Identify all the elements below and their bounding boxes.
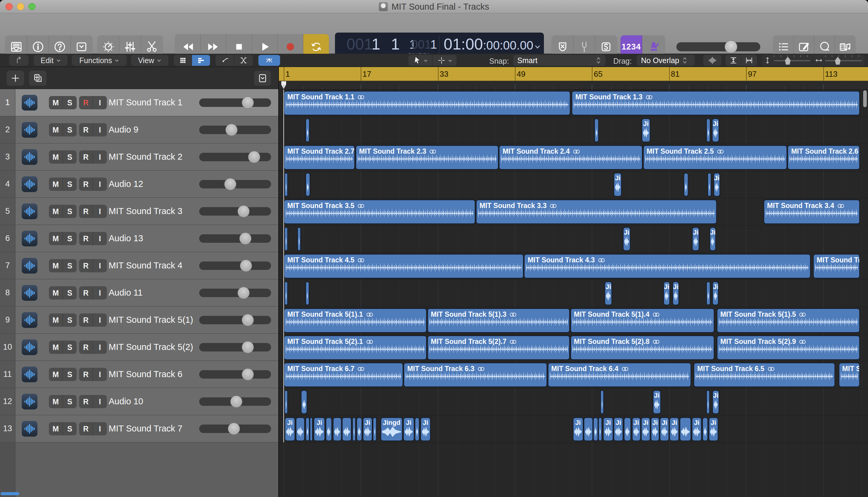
- audio-clip[interactable]: [305, 417, 310, 441]
- audio-clip[interactable]: Jingd: [380, 417, 403, 441]
- audio-region[interactable]: MIT Sound Track 5(2).7: [428, 336, 570, 360]
- mute-button[interactable]: M: [49, 368, 63, 381]
- track-volume-knob[interactable]: [242, 314, 254, 326]
- audio-clip[interactable]: [305, 281, 309, 305]
- track-header-9[interactable]: 9MSRIMIT Sound Track 5(1): [0, 307, 278, 333]
- track-volume-knob[interactable]: [230, 396, 242, 408]
- input-monitor-button[interactable]: I: [93, 178, 107, 191]
- audio-region[interactable]: MIT Sound Track 2.5: [643, 145, 787, 170]
- audio-region[interactable]: MIT Sound Tr: [813, 254, 860, 279]
- solo-button[interactable]: S: [63, 422, 77, 436]
- track-lane-5[interactable]: MIT Sound Track 3.5MIT Sound Track 3.3MI…: [279, 198, 868, 226]
- track-lane-7[interactable]: MIT Sound Track 4.5MIT Sound Track 4.3MI…: [279, 253, 868, 280]
- audio-clip[interactable]: Ji: [669, 417, 679, 441]
- record-enable-button[interactable]: R: [79, 395, 93, 408]
- bar-ruler[interactable]: 1173349658197113: [279, 67, 868, 90]
- audio-clip[interactable]: Ji: [573, 417, 583, 441]
- audio-region[interactable]: MIT Sound Track 4.5: [284, 254, 524, 279]
- track-name[interactable]: MIT Sound Track 5(2): [108, 342, 193, 352]
- input-monitor-button[interactable]: I: [93, 368, 107, 381]
- track-volume-knob[interactable]: [242, 341, 254, 353]
- track-volume-slider[interactable]: [199, 343, 271, 352]
- track-volume-slider[interactable]: [199, 425, 271, 433]
- track-lane-11[interactable]: MIT Sound Track 6.7MIT Sound Track 6.3MI…: [279, 361, 868, 388]
- audio-clip[interactable]: Ji: [712, 118, 719, 142]
- audio-clip[interactable]: [707, 173, 711, 197]
- track-volume-knob[interactable]: [226, 124, 237, 136]
- track-lane-6[interactable]: JiJiJi: [279, 226, 868, 253]
- audio-clip[interactable]: Ji: [660, 417, 669, 441]
- view-menu[interactable]: View: [131, 55, 169, 66]
- track-volume-knob[interactable]: [237, 287, 250, 299]
- audio-clip[interactable]: [684, 173, 689, 197]
- audio-region[interactable]: MIT Sound Track 5(2).9: [717, 336, 860, 360]
- audio-region[interactable]: MIT Sound Track 5(1).1: [284, 308, 427, 333]
- audio-region[interactable]: MIT Sound Track 5(1).5: [717, 308, 860, 333]
- track-name[interactable]: Audio 11: [108, 288, 143, 298]
- track-volume-slider[interactable]: [199, 180, 271, 188]
- edit-menu[interactable]: Edit: [34, 55, 68, 66]
- solo-button[interactable]: S: [63, 178, 77, 191]
- audio-region[interactable]: MIT Sound Track 6.3: [404, 363, 547, 387]
- audio-region[interactable]: MIT Sound Track 5(1).3: [428, 308, 570, 333]
- track-volume-slider[interactable]: [199, 261, 271, 270]
- track-volume-knob[interactable]: [242, 368, 254, 381]
- record-enable-button[interactable]: R: [79, 422, 93, 436]
- track-header-13[interactable]: 13MSRIMIT Sound Track 7: [0, 415, 278, 442]
- vertical-zoom-thumb[interactable]: [784, 57, 791, 65]
- track-header-1[interactable]: 1MSRIMIT Sound Track 1: [0, 89, 278, 116]
- record-enable-button[interactable]: R: [79, 259, 93, 272]
- track-name[interactable]: Audio 9: [108, 125, 138, 135]
- audio-clip[interactable]: [598, 417, 602, 441]
- audio-clip[interactable]: Ji: [613, 417, 623, 441]
- track-volume-slider[interactable]: [199, 207, 271, 216]
- audio-region[interactable]: MIT Sound Track 6.7: [284, 363, 403, 387]
- track-lane-3[interactable]: MIT Sound Track 2.7MIT Sound Track 2.3MI…: [279, 144, 868, 171]
- solo-button[interactable]: S: [63, 151, 77, 164]
- audio-clip[interactable]: Ji: [713, 173, 720, 197]
- record-enable-button[interactable]: R: [79, 341, 93, 354]
- audio-clip[interactable]: Ji: [314, 417, 325, 441]
- track-volume-knob[interactable]: [240, 260, 252, 272]
- ruler-tick-strip[interactable]: [279, 81, 868, 90]
- input-monitor-button[interactable]: I: [93, 259, 107, 272]
- audio-clip[interactable]: [352, 417, 356, 441]
- record-enable-button[interactable]: R: [79, 151, 93, 164]
- input-monitor-button[interactable]: I: [93, 123, 107, 137]
- lcd-display-mode-chevron-icon[interactable]: [534, 44, 541, 49]
- audio-clip[interactable]: Ji: [663, 281, 670, 305]
- track-lane-12[interactable]: JiJi: [279, 388, 868, 416]
- mute-button[interactable]: M: [49, 123, 63, 137]
- audio-clip[interactable]: Ji: [403, 417, 415, 441]
- regions-view-button[interactable]: [192, 55, 210, 66]
- audio-clip[interactable]: [706, 281, 710, 305]
- mute-button[interactable]: M: [49, 96, 63, 109]
- track-volume-knob[interactable]: [248, 151, 260, 163]
- record-enable-button[interactable]: R: [79, 178, 93, 191]
- audio-clip[interactable]: [310, 417, 313, 441]
- track-lane-13[interactable]: JiJiJiJingdJiJiJiJiJiJiJiJiJiJiJiJi: [279, 416, 868, 443]
- duplicate-track-button[interactable]: [29, 71, 46, 86]
- track-lane-1[interactable]: MIT Sound Track 1.1MIT Sound Track 1.3: [279, 90, 868, 117]
- horizontal-scrollbar-thumb[interactable]: [1, 492, 19, 495]
- solo-button[interactable]: S: [63, 123, 77, 137]
- solo-button[interactable]: S: [63, 259, 77, 272]
- track-header-6[interactable]: 6MSRIAudio 13: [0, 225, 278, 252]
- track-header-4[interactable]: 4MSRIAudio 12: [0, 171, 278, 198]
- audio-clip[interactable]: Ji: [710, 227, 716, 251]
- audio-region[interactable]: MIT Sound Track 2.6: [787, 145, 859, 170]
- track-volume-slider[interactable]: [199, 316, 271, 324]
- audio-clip[interactable]: Ji: [632, 417, 641, 441]
- record-enable-button[interactable]: R: [79, 313, 93, 327]
- track-lane-4[interactable]: JiJi: [279, 171, 868, 198]
- mute-button[interactable]: M: [49, 232, 63, 245]
- mute-button[interactable]: M: [49, 205, 63, 218]
- record-enable-button[interactable]: R: [79, 286, 93, 299]
- snap-dropdown[interactable]: Smart: [513, 55, 605, 66]
- track-name[interactable]: Audio 12: [108, 179, 143, 189]
- master-volume-knob[interactable]: [725, 41, 737, 53]
- track-header-2[interactable]: 2MSRIAudio 9: [0, 116, 278, 143]
- audio-clip[interactable]: [415, 417, 420, 441]
- audio-clip[interactable]: [702, 417, 708, 441]
- audio-clip[interactable]: [305, 173, 310, 197]
